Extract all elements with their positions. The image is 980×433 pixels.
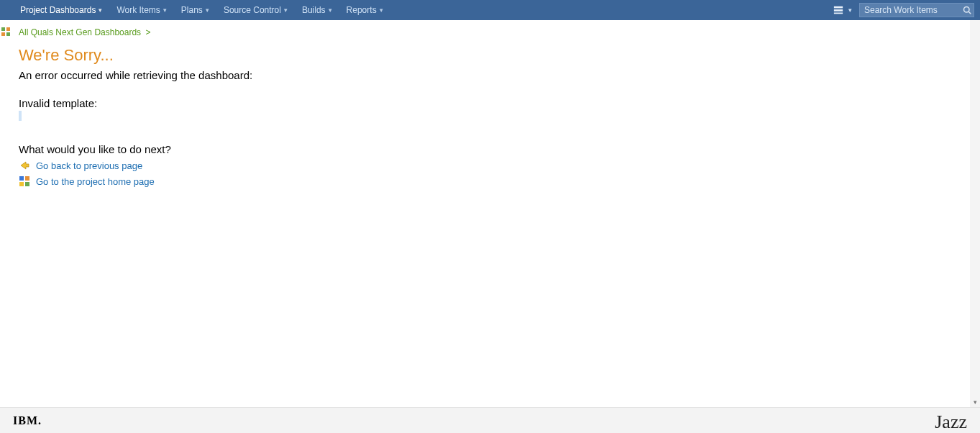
nav-label: Work Items — [116, 5, 160, 15]
home-grid-icon — [19, 176, 30, 187]
nav-project-dashboards[interactable]: Project Dashboards ▾ — [13, 0, 109, 20]
error-title: We're Sorry... — [19, 46, 963, 65]
nav-label: Source Control — [224, 5, 281, 15]
chevron-down-icon: ▾ — [206, 6, 209, 14]
error-occurred-text: An error occurred while retrieving the d… — [19, 69, 963, 81]
go-back-link[interactable]: Go back to previous page — [36, 160, 142, 171]
svg-rect-9 — [19, 176, 24, 181]
main-content: All Quals Next Gen Dashboards > We're So… — [12, 20, 970, 407]
nav-items: Project Dashboards ▾ Work Items ▾ Plans … — [13, 0, 833, 20]
action-go-back: Go back to previous page — [19, 160, 963, 171]
chevron-down-icon: ▾ — [380, 6, 383, 14]
nav-work-items[interactable]: Work Items ▾ — [109, 0, 173, 20]
nav-plans[interactable]: Plans ▾ — [174, 0, 216, 20]
what-next-text: What would you like to do next? — [19, 143, 963, 155]
top-nav: Project Dashboards ▾ Work Items ▾ Plans … — [0, 0, 980, 20]
text-cursor-icon — [19, 111, 22, 121]
content-row: All Quals Next Gen Dashboards > We're So… — [0, 20, 980, 407]
svg-line-4 — [968, 12, 971, 14]
nav-reports[interactable]: Reports ▾ — [339, 0, 390, 20]
nav-label: Plans — [181, 5, 203, 15]
error-invalid-template-text: Invalid template: — [19, 97, 963, 109]
chevron-down-icon: ▾ — [284, 6, 288, 14]
nav-source-control[interactable]: Source Control ▾ — [216, 0, 295, 20]
search-wrap — [859, 3, 974, 17]
svg-point-3 — [964, 7, 970, 13]
nav-builds[interactable]: Builds ▾ — [295, 0, 339, 20]
nav-label: Builds — [302, 5, 326, 15]
breadcrumb: All Quals Next Gen Dashboards > — [19, 27, 963, 37]
action-links: Go back to previous page Go to the proje… — [19, 160, 963, 187]
svg-rect-12 — [25, 182, 29, 186]
chevron-down-icon: ▾ — [99, 6, 102, 14]
svg-rect-7 — [1, 32, 5, 36]
svg-rect-10 — [25, 176, 29, 181]
chevron-down-icon: ▾ — [329, 6, 332, 14]
app-picker-icon[interactable] — [833, 4, 844, 16]
jazz-logo: Jazz — [935, 411, 967, 433]
svg-rect-1 — [834, 9, 843, 12]
page-scrollbar[interactable]: ▾ — [970, 20, 980, 407]
action-go-home: Go to the project home page — [19, 176, 963, 187]
nav-label: Reports — [347, 5, 377, 15]
svg-rect-0 — [834, 6, 843, 9]
svg-rect-2 — [834, 13, 843, 14]
svg-rect-11 — [19, 182, 24, 186]
svg-rect-5 — [1, 27, 5, 31]
left-rail — [0, 20, 12, 407]
search-input[interactable] — [859, 3, 974, 17]
svg-rect-6 — [6, 27, 10, 31]
nav-label: Project Dashboards — [20, 5, 96, 15]
chevron-down-icon[interactable]: ▾ — [848, 6, 852, 14]
breadcrumb-link[interactable]: All Quals Next Gen Dashboards — [19, 27, 141, 37]
breadcrumb-separator: > — [145, 27, 150, 37]
svg-rect-8 — [6, 32, 10, 36]
search-icon[interactable] — [962, 5, 972, 15]
chevron-down-icon: ▾ — [163, 6, 167, 14]
scroll-down-icon: ▾ — [974, 398, 977, 406]
footer: IBM. Jazz — [0, 407, 980, 433]
nav-right: ▾ — [833, 3, 974, 17]
back-arrow-icon — [19, 160, 30, 171]
ibm-logo: IBM. — [13, 414, 42, 427]
dashboard-grid-icon[interactable] — [1, 27, 10, 36]
go-home-link[interactable]: Go to the project home page — [36, 176, 155, 187]
